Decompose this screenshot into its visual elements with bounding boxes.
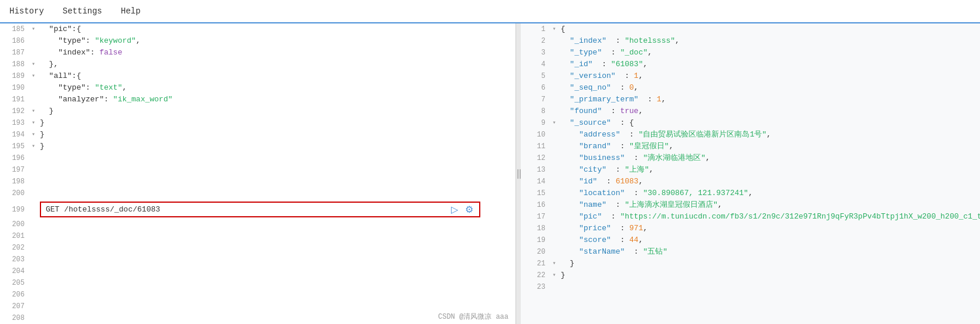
line-number: 22 bbox=[521, 270, 550, 281]
fold-icon[interactable]: ▾ bbox=[29, 59, 38, 70]
table-row: 200 bbox=[0, 219, 516, 230]
line-number: 3 bbox=[521, 47, 550, 59]
fold-icon[interactable]: ▾ bbox=[550, 258, 558, 270]
line-number: 2 bbox=[521, 35, 550, 47]
table-row: 7 "_primary_term" : 1, bbox=[521, 94, 980, 105]
line-number: 9 bbox=[521, 117, 550, 129]
line-content: "index": false bbox=[38, 47, 516, 59]
table-row: 198 bbox=[0, 176, 516, 187]
line-number: 4 bbox=[521, 59, 550, 70]
menu-help[interactable]: Help bbox=[116, 4, 145, 18]
line-number: 201 bbox=[0, 230, 29, 242]
line-number: 18 bbox=[521, 223, 550, 234]
table-row: 205 bbox=[0, 277, 516, 289]
right-panel: 1▾{2 "_index" : "hotelssss",3 "_type" : … bbox=[521, 23, 980, 324]
table-row: 203 bbox=[0, 254, 516, 265]
line-number: 202 bbox=[0, 242, 29, 254]
table-row: 20 "starName" : "五钻" bbox=[521, 246, 980, 258]
line-content: "location" : "30.890867, 121.937241", bbox=[558, 187, 980, 199]
table-row: 2 "_index" : "hotelssss", bbox=[521, 35, 980, 47]
line-number: 10 bbox=[521, 129, 550, 141]
table-row: 4 "_id" : "61083", bbox=[521, 59, 980, 70]
table-row: 1▾{ bbox=[521, 23, 980, 35]
line-content: "all":{ bbox=[38, 70, 516, 82]
menu-history[interactable]: History bbox=[5, 4, 49, 18]
line-number: 194 bbox=[0, 129, 29, 141]
left-panel: 185▾ "pic":{186 "type": "keyword",187 "i… bbox=[0, 23, 516, 324]
line-number: 20 bbox=[521, 246, 550, 258]
panel-divider[interactable]: ‖ bbox=[516, 23, 521, 324]
table-row: 9▾ "_source" : { bbox=[521, 117, 980, 129]
line-number: 195 bbox=[0, 141, 29, 152]
line-content: } bbox=[38, 141, 516, 152]
line-content: "_source" : { bbox=[558, 117, 980, 129]
table-row: 12 "business" : "滴水湖临港地区", bbox=[521, 152, 980, 164]
line-number: 208 bbox=[0, 312, 29, 324]
line-content: "type": "text", bbox=[38, 82, 516, 94]
fold-icon[interactable]: ▾ bbox=[29, 23, 38, 35]
table-row: 202 bbox=[0, 242, 516, 254]
table-row: 195▾} bbox=[0, 141, 516, 152]
line-content: "address" : "自由贸易试验区临港新片区南岛1号", bbox=[558, 129, 980, 141]
input-row: 199 ▷ ⚙ bbox=[0, 200, 516, 219]
menu-bar: History Settings Help bbox=[0, 0, 980, 23]
run-button[interactable]: ▷ bbox=[450, 204, 459, 216]
line-number: 15 bbox=[521, 187, 550, 199]
table-row: 3 "_type" : "_doc", bbox=[521, 47, 980, 59]
fold-icon[interactable]: ▾ bbox=[29, 117, 38, 129]
table-row: 186 "type": "keyword", bbox=[0, 35, 516, 47]
table-row: 206 bbox=[0, 289, 516, 301]
line-content: } bbox=[38, 105, 516, 117]
line-content: "_index" : "hotelssss", bbox=[558, 35, 980, 47]
table-row: 6 "_seq_no" : 0, bbox=[521, 82, 980, 94]
line-number: 7 bbox=[521, 94, 550, 105]
fold-icon[interactable]: ▾ bbox=[29, 70, 38, 82]
table-row: 190 "type": "text", bbox=[0, 82, 516, 94]
fold-icon[interactable]: ▾ bbox=[29, 129, 38, 141]
fold-icon[interactable]: ▾ bbox=[550, 117, 558, 129]
input-line-number: 199 bbox=[0, 204, 29, 216]
line-content: "starName" : "五钻" bbox=[558, 246, 980, 258]
main-area: 185▾ "pic":{186 "type": "keyword",187 "i… bbox=[0, 23, 980, 324]
wrench-button[interactable]: ⚙ bbox=[464, 204, 474, 216]
input-bar: ▷ ⚙ bbox=[40, 202, 480, 217]
line-number: 19 bbox=[521, 234, 550, 246]
line-number: 187 bbox=[0, 47, 29, 59]
line-content: "score" : 44, bbox=[558, 234, 980, 246]
table-row: 21▾ } bbox=[521, 258, 980, 270]
table-row: 8 "found" : true, bbox=[521, 105, 980, 117]
input-actions: ▷ ⚙ bbox=[450, 204, 479, 216]
query-input[interactable] bbox=[41, 203, 450, 216]
line-content: "business" : "滴水湖临港地区", bbox=[558, 152, 980, 164]
line-number: 8 bbox=[521, 105, 550, 117]
watermark: CSDN @清风微凉 aaa bbox=[438, 312, 508, 322]
line-number: 185 bbox=[0, 23, 29, 35]
table-row: 201 bbox=[0, 230, 516, 242]
divider-dots: ‖ bbox=[513, 168, 524, 180]
fold-icon[interactable]: ▾ bbox=[550, 23, 558, 35]
table-row: 197 bbox=[0, 164, 516, 176]
line-content: "pic" : "https://m.tuniucdn.com/fb3/s1/2… bbox=[558, 211, 980, 223]
table-row: 187 "index": false bbox=[0, 47, 516, 59]
line-content: } bbox=[558, 270, 980, 281]
table-row: 11 "brand" : "皇冠假日", bbox=[521, 141, 980, 152]
menu-settings[interactable]: Settings bbox=[58, 4, 107, 18]
fold-icon[interactable]: ▾ bbox=[550, 270, 558, 281]
fold-icon[interactable]: ▾ bbox=[29, 141, 38, 152]
line-number: 190 bbox=[0, 82, 29, 94]
line-content: "_type" : "_doc", bbox=[558, 47, 980, 59]
table-row: 204 bbox=[0, 265, 516, 277]
table-row: 196 bbox=[0, 152, 516, 164]
table-row: 193▾} bbox=[0, 117, 516, 129]
line-content: } bbox=[38, 129, 516, 141]
line-content: "_primary_term" : 1, bbox=[558, 94, 980, 105]
table-row: 14 "id" : 61083, bbox=[521, 176, 980, 187]
line-content: "analyzer": "ik_max_word" bbox=[38, 94, 516, 105]
line-number: 188 bbox=[0, 59, 29, 70]
line-content: "_version" : 1, bbox=[558, 70, 980, 82]
line-number: 203 bbox=[0, 254, 29, 265]
table-row: 200 bbox=[0, 187, 516, 199]
line-number: 21 bbox=[521, 258, 550, 270]
line-number: 1 bbox=[521, 23, 550, 35]
fold-icon[interactable]: ▾ bbox=[29, 105, 38, 117]
